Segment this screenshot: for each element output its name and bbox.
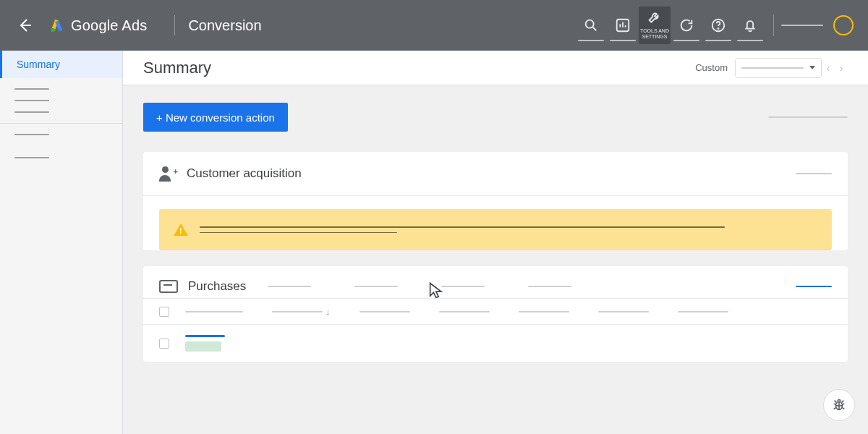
link-placeholder[interactable] (768, 116, 848, 118)
column-header[interactable] (185, 311, 243, 312)
date-next-button[interactable]: › (835, 62, 848, 74)
product-name: Google Ads (71, 17, 147, 34)
notifications-button[interactable] (734, 7, 766, 44)
sidebar-item-summary[interactable]: Summary (0, 51, 122, 78)
sidebar-item[interactable] (14, 100, 49, 101)
divider (0, 123, 122, 124)
tools-label: TOOLS AND SETTINGS (639, 28, 671, 39)
divider (773, 14, 774, 36)
table-row[interactable] (143, 324, 848, 362)
purchases-card: Purchases (143, 266, 848, 362)
search-button[interactable] (575, 7, 607, 44)
product-logo: Google Ads (49, 17, 147, 34)
column-header[interactable] (359, 311, 410, 312)
account-avatar[interactable] (833, 15, 854, 35)
breadcrumb: Conversion (188, 17, 261, 34)
svg-point-1 (586, 20, 594, 28)
svg-point-4 (718, 28, 718, 29)
page-title: Summary (143, 59, 211, 77)
help-button[interactable] (702, 7, 734, 44)
card-title: Customer acquisition (187, 166, 302, 181)
person-add-icon: + (159, 165, 176, 182)
warning-icon (174, 224, 188, 236)
warning-banner (159, 209, 832, 250)
top-actions: TOOLS AND SETTINGS (575, 7, 854, 44)
card-action-link[interactable] (796, 286, 832, 287)
reports-button[interactable] (607, 7, 639, 44)
date-prev-button[interactable]: ‹ (822, 62, 835, 74)
sidebar: Summary (0, 51, 123, 434)
new-conversion-action-button[interactable]: + New conversion action (143, 103, 288, 132)
date-range-label: Custom (695, 62, 728, 73)
sidebar-item[interactable] (14, 88, 49, 90)
tools-and-settings-button[interactable]: TOOLS AND SETTINGS (639, 7, 671, 44)
sidebar-item[interactable] (14, 111, 49, 113)
row-checkbox[interactable] (159, 339, 169, 349)
table-header-row: ↓ (143, 298, 848, 324)
refresh-button[interactable] (671, 7, 702, 44)
sidebar-item[interactable] (14, 134, 49, 135)
page-header: Summary Custom ‹ › (123, 51, 868, 85)
customer-acquisition-card: + Customer acquisition (143, 152, 848, 250)
main-panel: Summary Custom ‹ › + New conversion acti… (123, 51, 868, 434)
sidebar-item[interactable] (14, 157, 49, 158)
column-header[interactable] (678, 311, 728, 312)
warning-message (200, 222, 817, 237)
column-header-sorted[interactable]: ↓ (272, 306, 331, 317)
status-badge (185, 341, 221, 352)
date-range-select[interactable] (735, 58, 822, 78)
sidebar-item-label: Summary (17, 59, 60, 70)
top-bar: Google Ads Conversion TOOLS AND SETTINGS (0, 0, 868, 51)
card-action-placeholder[interactable] (796, 173, 832, 174)
button-label: + New conversion action (156, 111, 275, 124)
google-ads-logo-icon (49, 17, 65, 33)
back-button[interactable] (14, 15, 35, 35)
select-all-checkbox[interactable] (159, 307, 169, 317)
column-header[interactable] (439, 311, 490, 312)
card-title: Purchases (188, 279, 246, 294)
feedback-bug-button[interactable] (823, 389, 855, 421)
divider (174, 15, 175, 35)
column-header[interactable] (598, 311, 649, 312)
sort-desc-icon: ↓ (326, 306, 331, 317)
card-icon (159, 280, 178, 293)
chevron-down-icon (809, 66, 815, 69)
account-placeholder (781, 25, 823, 26)
column-header[interactable] (519, 311, 569, 312)
svg-point-0 (51, 28, 55, 32)
